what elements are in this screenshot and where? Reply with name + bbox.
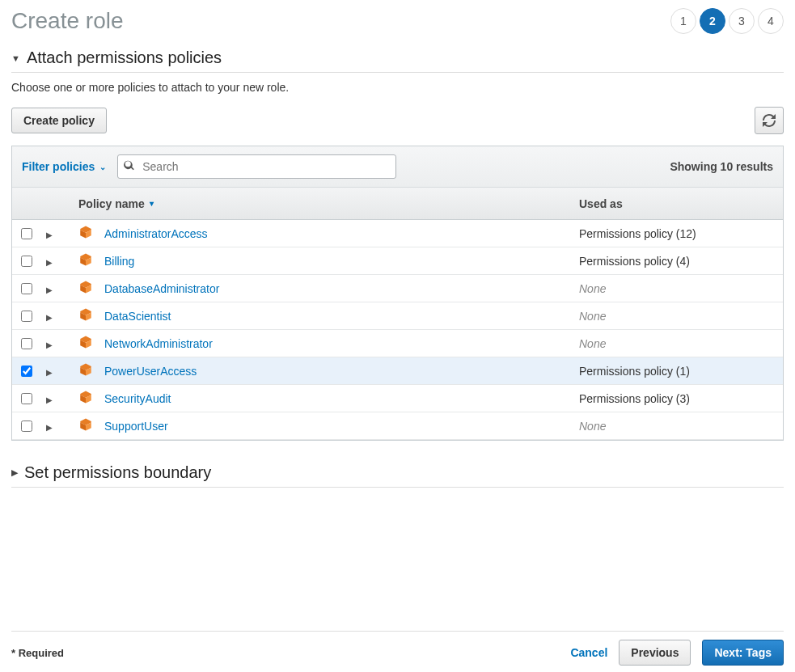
policy-name-link[interactable]: Billing (104, 255, 134, 268)
table-row: ▶SupportUserNone (12, 412, 783, 440)
used-as-value: None (579, 282, 606, 295)
policy-checkbox[interactable] (21, 393, 32, 404)
section-attach-description: Choose one or more policies to attach to… (11, 81, 784, 94)
used-as-value: None (579, 420, 606, 433)
wizard-step-1[interactable]: 1 (670, 8, 696, 34)
next-button[interactable]: Next: Tags (702, 640, 784, 666)
section-attach-permissions-header[interactable]: ▼ Attach permissions policies (11, 49, 784, 73)
table-row: ▶SecurityAuditPermissions policy (3) (12, 385, 783, 412)
policy-checkbox[interactable] (21, 283, 32, 294)
policy-name-link[interactable]: SecurityAudit (104, 392, 171, 405)
policy-cube-icon (78, 335, 93, 352)
sort-caret-icon: ▾ (150, 199, 154, 208)
cancel-link[interactable]: Cancel (570, 646, 607, 659)
section-boundary-title: Set permissions boundary (24, 463, 211, 482)
expand-row-icon[interactable]: ▶ (46, 313, 53, 322)
wizard-step-3[interactable]: 3 (729, 8, 755, 34)
caret-right-icon: ▶ (11, 467, 18, 478)
table-row: ▶PowerUserAccessPermissions policy (1) (12, 357, 783, 385)
policy-cube-icon (78, 280, 93, 297)
refresh-button[interactable] (755, 107, 784, 134)
results-count: Showing 10 results (670, 160, 773, 173)
previous-button[interactable]: Previous (619, 640, 691, 666)
policy-cube-icon (78, 225, 93, 242)
policy-cube-icon (78, 390, 93, 407)
column-used-as-label: Used as (579, 197, 623, 210)
expand-row-icon[interactable]: ▶ (46, 340, 53, 349)
expand-row-icon[interactable]: ▶ (46, 285, 53, 294)
policy-name-link[interactable]: SupportUser (104, 420, 168, 433)
table-row: ▶DataScientistNone (12, 302, 783, 330)
policy-name-link[interactable]: NetworkAdministrator (104, 337, 213, 350)
wizard-stepper: 1234 (670, 8, 784, 34)
used-as-value: Permissions policy (4) (579, 255, 690, 268)
expand-row-icon[interactable]: ▶ (46, 395, 53, 404)
filter-policies-dropdown[interactable]: Filter policies ⌄ (22, 160, 106, 173)
wizard-step-2[interactable]: 2 (700, 8, 725, 34)
search-icon (124, 160, 135, 174)
expand-row-icon[interactable]: ▶ (46, 423, 53, 432)
used-as-value: None (579, 337, 606, 350)
used-as-value: Permissions policy (3) (579, 392, 690, 405)
section-attach-title: Attach permissions policies (27, 49, 222, 67)
policy-cube-icon (78, 417, 93, 434)
caret-down-icon: ▼ (11, 53, 20, 63)
required-label: * Required (11, 647, 64, 659)
policy-checkbox[interactable] (21, 228, 32, 239)
table-row: ▶NetworkAdministratorNone (12, 330, 783, 357)
policy-checkbox[interactable] (21, 338, 32, 349)
table-row: ▶BillingPermissions policy (4) (12, 247, 783, 275)
expand-row-icon[interactable]: ▶ (46, 230, 53, 239)
create-policy-button[interactable]: Create policy (11, 108, 107, 133)
expand-row-icon[interactable]: ▶ (46, 258, 53, 267)
policy-checkbox[interactable] (21, 421, 32, 432)
wizard-step-4[interactable]: 4 (758, 8, 784, 34)
policy-name-link[interactable]: AdministratorAccess (104, 227, 208, 240)
policy-checkbox[interactable] (21, 256, 32, 267)
used-as-value: Permissions policy (12) (579, 227, 696, 240)
column-header-used-as[interactable]: Used as (574, 197, 783, 210)
policy-name-link[interactable]: DataScientist (104, 310, 171, 323)
filter-policies-label: Filter policies (22, 160, 95, 173)
used-as-value: Permissions policy (1) (579, 365, 690, 378)
policy-checkbox[interactable] (21, 366, 32, 377)
used-as-value: None (579, 310, 606, 323)
policy-cube-icon (78, 252, 93, 269)
chevron-down-icon: ⌄ (99, 163, 106, 171)
expand-row-icon[interactable]: ▶ (46, 368, 53, 377)
page-title: Create role (11, 8, 124, 34)
policy-cube-icon (78, 307, 93, 324)
policy-checkbox[interactable] (21, 311, 32, 322)
table-row: ▶AdministratorAccessPermissions policy (… (12, 220, 783, 247)
column-policy-name-label: Policy name (78, 197, 145, 210)
column-header-policy-name[interactable]: Policy name ▾ (70, 197, 574, 210)
policy-name-link[interactable]: PowerUserAccess (104, 365, 197, 378)
refresh-icon (763, 114, 776, 127)
table-header-row: Policy name ▾ Used as (12, 188, 783, 220)
policies-table-body: ▶AdministratorAccessPermissions policy (… (12, 220, 783, 440)
policy-name-link[interactable]: DatabaseAdministrator (104, 282, 219, 295)
search-input[interactable] (117, 154, 396, 179)
table-row: ▶DatabaseAdministratorNone (12, 275, 783, 302)
section-permissions-boundary-header[interactable]: ▶ Set permissions boundary (11, 459, 784, 488)
policy-cube-icon (78, 362, 93, 379)
policies-table-panel: Filter policies ⌄ Showing 10 results Pol… (11, 146, 784, 441)
